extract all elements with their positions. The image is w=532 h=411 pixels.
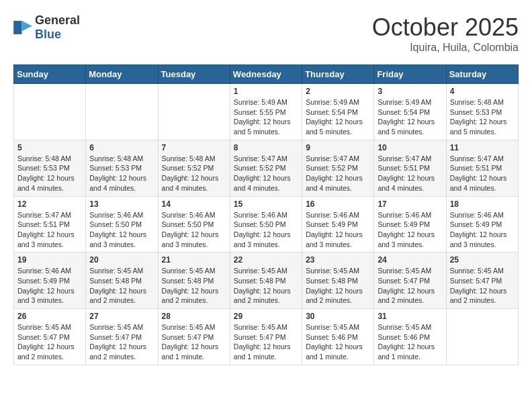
day-number: 21 — [162, 255, 226, 265]
weekday-header-sunday: Sunday — [14, 65, 86, 84]
day-info: Sunrise: 5:45 AM Sunset: 5:46 PM Dayligh… — [378, 322, 442, 362]
day-number: 3 — [378, 87, 442, 96]
day-info: Sunrise: 5:45 AM Sunset: 5:47 PM Dayligh… — [450, 266, 515, 306]
calendar-cell: 31Sunrise: 5:45 AM Sunset: 5:46 PM Dayli… — [374, 309, 446, 365]
calendar-cell: 3Sunrise: 5:49 AM Sunset: 5:54 PM Daylig… — [374, 84, 446, 140]
day-number: 2 — [306, 87, 370, 96]
calendar-cell: 22Sunrise: 5:45 AM Sunset: 5:48 PM Dayli… — [230, 253, 302, 309]
week-row-5: 26Sunrise: 5:45 AM Sunset: 5:47 PM Dayli… — [14, 309, 519, 365]
day-number: 1 — [234, 87, 298, 96]
calendar-cell: 26Sunrise: 5:45 AM Sunset: 5:47 PM Dayli… — [14, 309, 86, 365]
calendar-cell: 30Sunrise: 5:45 AM Sunset: 5:46 PM Dayli… — [302, 309, 374, 365]
svg-rect-0 — [13, 21, 21, 34]
calendar-cell: 4Sunrise: 5:48 AM Sunset: 5:53 PM Daylig… — [446, 84, 518, 140]
calendar-cell — [446, 309, 518, 365]
day-number: 28 — [162, 312, 226, 321]
day-number: 14 — [162, 199, 226, 209]
day-info: Sunrise: 5:45 AM Sunset: 5:48 PM Dayligh… — [234, 266, 298, 306]
weekday-header-thursday: Thursday — [302, 65, 374, 84]
weekday-header-tuesday: Tuesday — [158, 65, 230, 84]
day-number: 19 — [17, 255, 82, 265]
week-row-3: 12Sunrise: 5:47 AM Sunset: 5:51 PM Dayli… — [14, 196, 519, 253]
calendar-cell: 17Sunrise: 5:46 AM Sunset: 5:49 PM Dayli… — [374, 196, 446, 253]
day-info: Sunrise: 5:46 AM Sunset: 5:50 PM Dayligh… — [89, 210, 154, 250]
day-info: Sunrise: 5:47 AM Sunset: 5:51 PM Dayligh… — [450, 154, 515, 193]
day-number: 15 — [234, 199, 298, 209]
day-number: 9 — [306, 143, 370, 152]
day-number: 24 — [378, 255, 442, 265]
day-number: 27 — [89, 312, 154, 321]
title-area: October 2025 Iquira, Huila, Colombia — [372, 13, 519, 54]
day-info: Sunrise: 5:45 AM Sunset: 5:47 PM Dayligh… — [89, 322, 154, 362]
day-info: Sunrise: 5:49 AM Sunset: 5:54 PM Dayligh… — [306, 97, 370, 137]
calendar-cell: 16Sunrise: 5:46 AM Sunset: 5:49 PM Dayli… — [302, 196, 374, 253]
day-info: Sunrise: 5:46 AM Sunset: 5:50 PM Dayligh… — [234, 210, 298, 250]
calendar-cell: 21Sunrise: 5:45 AM Sunset: 5:48 PM Dayli… — [158, 253, 230, 309]
day-number: 4 — [450, 87, 515, 96]
day-number: 22 — [234, 255, 298, 265]
day-number: 31 — [378, 312, 442, 321]
day-info: Sunrise: 5:45 AM Sunset: 5:46 PM Dayligh… — [306, 322, 370, 362]
day-number: 25 — [450, 255, 515, 265]
day-number: 30 — [306, 312, 370, 321]
weekday-header-saturday: Saturday — [446, 65, 518, 84]
day-info: Sunrise: 5:46 AM Sunset: 5:49 PM Dayligh… — [450, 210, 515, 250]
day-info: Sunrise: 5:45 AM Sunset: 5:47 PM Dayligh… — [378, 266, 442, 306]
day-info: Sunrise: 5:45 AM Sunset: 5:47 PM Dayligh… — [17, 322, 82, 362]
calendar-cell: 11Sunrise: 5:47 AM Sunset: 5:51 PM Dayli… — [446, 140, 518, 196]
location-title: Iquira, Huila, Colombia — [372, 42, 519, 54]
day-info: Sunrise: 5:45 AM Sunset: 5:47 PM Dayligh… — [162, 322, 226, 362]
day-number: 26 — [17, 312, 82, 321]
day-number: 18 — [450, 199, 515, 209]
day-number: 6 — [89, 143, 154, 152]
day-info: Sunrise: 5:45 AM Sunset: 5:48 PM Dayligh… — [89, 266, 154, 306]
day-number: 16 — [306, 199, 370, 209]
day-info: Sunrise: 5:45 AM Sunset: 5:48 PM Dayligh… — [306, 266, 370, 306]
day-number: 7 — [162, 143, 226, 152]
calendar-cell: 24Sunrise: 5:45 AM Sunset: 5:47 PM Dayli… — [374, 253, 446, 309]
day-info: Sunrise: 5:46 AM Sunset: 5:50 PM Dayligh… — [162, 210, 226, 250]
calendar-cell: 12Sunrise: 5:47 AM Sunset: 5:51 PM Dayli… — [14, 196, 86, 253]
day-number: 20 — [89, 255, 154, 265]
calendar-body: 1Sunrise: 5:49 AM Sunset: 5:55 PM Daylig… — [14, 84, 519, 365]
day-info: Sunrise: 5:45 AM Sunset: 5:47 PM Dayligh… — [234, 322, 298, 362]
weekday-header-friday: Friday — [374, 65, 446, 84]
calendar-cell: 2Sunrise: 5:49 AM Sunset: 5:54 PM Daylig… — [302, 84, 374, 140]
calendar-cell: 27Sunrise: 5:45 AM Sunset: 5:47 PM Dayli… — [86, 309, 158, 365]
calendar-cell: 20Sunrise: 5:45 AM Sunset: 5:48 PM Dayli… — [86, 253, 158, 309]
calendar-cell: 5Sunrise: 5:48 AM Sunset: 5:53 PM Daylig… — [14, 140, 86, 196]
calendar-cell — [14, 84, 86, 140]
calendar-cell: 14Sunrise: 5:46 AM Sunset: 5:50 PM Dayli… — [158, 196, 230, 253]
logo: General Blue — [13, 13, 80, 42]
calendar-cell: 10Sunrise: 5:47 AM Sunset: 5:51 PM Dayli… — [374, 140, 446, 196]
day-info: Sunrise: 5:49 AM Sunset: 5:55 PM Dayligh… — [234, 97, 298, 137]
calendar-cell: 7Sunrise: 5:48 AM Sunset: 5:52 PM Daylig… — [158, 140, 230, 196]
calendar-table: SundayMondayTuesdayWednesdayThursdayFrid… — [13, 64, 519, 365]
calendar-cell: 29Sunrise: 5:45 AM Sunset: 5:47 PM Dayli… — [230, 309, 302, 365]
day-number: 13 — [89, 199, 154, 209]
day-info: Sunrise: 5:46 AM Sunset: 5:49 PM Dayligh… — [17, 266, 82, 306]
calendar-cell: 8Sunrise: 5:47 AM Sunset: 5:52 PM Daylig… — [230, 140, 302, 196]
weekday-header-row: SundayMondayTuesdayWednesdayThursdayFrid… — [14, 65, 519, 84]
calendar-cell: 6Sunrise: 5:48 AM Sunset: 5:53 PM Daylig… — [86, 140, 158, 196]
day-info: Sunrise: 5:47 AM Sunset: 5:51 PM Dayligh… — [17, 210, 82, 250]
calendar-cell: 15Sunrise: 5:46 AM Sunset: 5:50 PM Dayli… — [230, 196, 302, 253]
calendar-cell: 19Sunrise: 5:46 AM Sunset: 5:49 PM Dayli… — [14, 253, 86, 309]
day-info: Sunrise: 5:45 AM Sunset: 5:48 PM Dayligh… — [162, 266, 226, 306]
day-number: 11 — [450, 143, 515, 152]
day-info: Sunrise: 5:46 AM Sunset: 5:49 PM Dayligh… — [306, 210, 370, 250]
weekday-header-wednesday: Wednesday — [230, 65, 302, 84]
day-info: Sunrise: 5:49 AM Sunset: 5:54 PM Dayligh… — [378, 97, 442, 137]
calendar-cell: 23Sunrise: 5:45 AM Sunset: 5:48 PM Dayli… — [302, 253, 374, 309]
day-number: 8 — [234, 143, 298, 152]
calendar-cell: 13Sunrise: 5:46 AM Sunset: 5:50 PM Dayli… — [86, 196, 158, 253]
day-number: 17 — [378, 199, 442, 209]
svg-marker-1 — [21, 21, 32, 31]
logo-blue: Blue — [35, 28, 61, 41]
week-row-2: 5Sunrise: 5:48 AM Sunset: 5:53 PM Daylig… — [14, 140, 519, 196]
day-number: 5 — [17, 143, 82, 152]
day-info: Sunrise: 5:48 AM Sunset: 5:53 PM Dayligh… — [450, 97, 515, 137]
day-number: 10 — [378, 143, 442, 152]
day-info: Sunrise: 5:47 AM Sunset: 5:52 PM Dayligh… — [234, 154, 298, 193]
calendar-cell — [86, 84, 158, 140]
